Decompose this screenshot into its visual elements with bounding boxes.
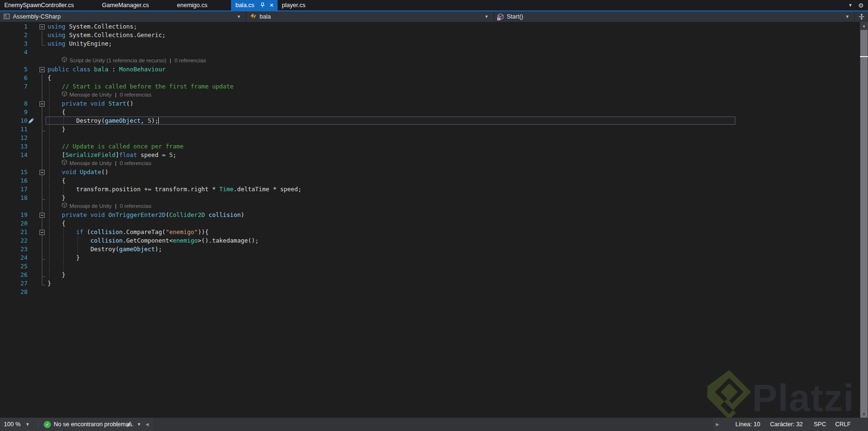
line-number: 7 bbox=[10, 82, 28, 91]
codelens-references[interactable]: 0 referencias bbox=[120, 159, 151, 167]
code-token: Destroy( bbox=[48, 245, 119, 253]
code-cleanup-chevron-icon[interactable]: ▼ bbox=[137, 418, 141, 431]
codelens-references[interactable]: 0 referencias bbox=[174, 57, 206, 65]
code-line[interactable]: 1using System.Collections; bbox=[0, 22, 860, 31]
codelens-references[interactable]: 0 referencias bbox=[120, 91, 151, 99]
problems-status[interactable]: No se encontraron problemas. bbox=[54, 418, 134, 431]
code-line[interactable]: 16 { bbox=[0, 176, 860, 185]
code-line[interactable]: 7 // Start is called before the first fr… bbox=[0, 82, 860, 91]
code-line[interactable]: 14 [SerializeField]float speed = 5; bbox=[0, 151, 860, 159]
codelens-info[interactable]: Script de Unity (1 referencia de recurso… bbox=[62, 57, 206, 65]
line-number: 14 bbox=[10, 151, 28, 159]
code-token: ); bbox=[155, 245, 162, 253]
code-line[interactable]: 24 } bbox=[0, 254, 860, 262]
line-ending-indicator[interactable]: CRLF bbox=[835, 418, 851, 431]
zoom-control[interactable]: 100 % ▼ bbox=[4, 418, 29, 431]
code-token: using bbox=[48, 40, 66, 47]
codelens-row: Mensaje de Unity|0 referencias bbox=[0, 159, 860, 168]
code-line[interactable]: 5public class bala : MonoBehaviour bbox=[0, 65, 860, 74]
code-token: } bbox=[48, 194, 66, 201]
tab-enemyspawncontroller-cs[interactable]: EnemySpawnController.cs bbox=[0, 0, 98, 10]
codelens-references[interactable]: 0 referencias bbox=[120, 202, 151, 210]
tab-player-cs[interactable]: player.cs bbox=[278, 0, 329, 10]
codelens-info[interactable]: Mensaje de Unity|0 referencias bbox=[62, 159, 151, 167]
fold-collapse-box[interactable] bbox=[39, 230, 45, 235]
chevron-down-icon: ▼ bbox=[845, 14, 849, 19]
code-line[interactable]: 3using UnityEngine; bbox=[0, 39, 860, 48]
fold-collapse-box[interactable] bbox=[39, 67, 45, 72]
code-text: // Start is called before the first fram… bbox=[48, 82, 233, 91]
hscroll-left-arrow-icon[interactable]: ◀ bbox=[145, 418, 149, 431]
code-line[interactable]: 26 } bbox=[0, 271, 860, 279]
tab-enemigo-cs[interactable]: enemigo.cs bbox=[173, 0, 231, 10]
code-line[interactable]: 13 // Update is called once per frame bbox=[0, 142, 860, 151]
tab-gamemanager-cs[interactable]: GameManager.cs bbox=[98, 0, 173, 10]
code-token: )){ bbox=[198, 228, 209, 235]
code-line[interactable]: 10 Destroy(gameObject, 5); bbox=[0, 117, 860, 125]
code-line[interactable]: 11 } bbox=[0, 125, 860, 134]
code-line[interactable]: 25 bbox=[0, 262, 860, 271]
code-line[interactable]: 18 } bbox=[0, 194, 860, 202]
fold-collapse-box[interactable] bbox=[39, 101, 45, 107]
vertical-scrollbar[interactable]: ▲ ▼ bbox=[860, 22, 868, 418]
code-line[interactable]: 27} bbox=[0, 279, 860, 288]
fold-collapse-box[interactable] bbox=[39, 24, 45, 29]
fold-collapse-box[interactable] bbox=[39, 170, 45, 175]
codelens-text: Mensaje de Unity bbox=[69, 91, 112, 99]
code-line[interactable]: 12 bbox=[0, 134, 860, 142]
code-token: { bbox=[48, 74, 51, 81]
class-dropdown[interactable]: bala ▼ bbox=[246, 11, 493, 22]
scroll-down-arrow-icon[interactable]: ▼ bbox=[860, 411, 868, 418]
code-text: using System.Collections.Generic; bbox=[48, 31, 165, 39]
codelens-text: Mensaje de Unity bbox=[69, 159, 112, 167]
codelens-info[interactable]: Mensaje de Unity|0 referencias bbox=[62, 91, 151, 99]
space-mode-indicator[interactable]: SPC bbox=[814, 418, 826, 431]
code-line[interactable]: 21 if (collision.CompareTag("enemigo")){ bbox=[0, 228, 860, 236]
hscroll-right-arrow-icon[interactable]: ▶ bbox=[716, 418, 719, 431]
code-token: .GetComponent< bbox=[123, 237, 173, 244]
code-token: // Update is called once per frame bbox=[48, 143, 183, 150]
code-line[interactable]: 23 Destroy(gameObject); bbox=[0, 245, 860, 254]
code-line[interactable]: 15 void Update() bbox=[0, 168, 860, 176]
code-token: } bbox=[48, 254, 80, 261]
code-line[interactable]: 2using System.Collections.Generic; bbox=[0, 31, 860, 39]
code-line[interactable]: 6{ bbox=[0, 74, 860, 82]
vertical-scrollbar-thumb[interactable] bbox=[860, 30, 868, 418]
fold-collapse-box[interactable] bbox=[39, 213, 45, 218]
code-cleanup-button[interactable] bbox=[125, 418, 132, 431]
codelens-info[interactable]: Mensaje de Unity|0 referencias bbox=[62, 202, 151, 210]
code-token: : bbox=[108, 66, 119, 73]
gear-icon[interactable]: ⚙ bbox=[858, 2, 864, 9]
pin-icon[interactable] bbox=[260, 2, 265, 8]
scroll-up-arrow-icon[interactable]: ▲ bbox=[860, 22, 868, 29]
code-line[interactable]: 19 private void OnTriggerEnter2D(Collide… bbox=[0, 211, 860, 219]
code-line[interactable]: 20 { bbox=[0, 219, 860, 228]
member-dropdown[interactable]: Start() ▼ bbox=[494, 11, 854, 22]
code-line[interactable]: 4 bbox=[0, 48, 860, 57]
outline-line bbox=[42, 202, 42, 211]
code-token: Update bbox=[80, 168, 101, 176]
code-token: void bbox=[62, 168, 76, 176]
horizontal-scrollbar[interactable] bbox=[153, 418, 713, 431]
outline-line bbox=[42, 108, 42, 117]
code-token bbox=[205, 211, 209, 218]
close-icon[interactable]: ✕ bbox=[270, 3, 274, 8]
code-line[interactable]: 17 transform.position += transform.right… bbox=[0, 185, 860, 194]
code-line[interactable]: 8 private void Start() bbox=[0, 99, 860, 108]
line-indicator[interactable]: Línea: 10 bbox=[735, 418, 760, 431]
code-line[interactable]: 28 bbox=[0, 288, 860, 296]
code-line[interactable]: 9 { bbox=[0, 108, 860, 117]
visual-studio-window: EnemySpawnController.csGameManager.csene… bbox=[0, 0, 868, 431]
document-list-chevron-icon[interactable]: ▼ bbox=[848, 3, 852, 8]
code-editor[interactable]: Platzi 1using System.Collections;2using … bbox=[0, 22, 868, 418]
code-text: private void OnTriggerEnter2D(Collider2D… bbox=[48, 211, 244, 219]
indent-guide bbox=[49, 262, 49, 271]
health-indicator[interactable]: ✓ bbox=[44, 418, 51, 431]
chevron-down-icon: ▼ bbox=[484, 14, 489, 19]
code-line[interactable]: 22 collision.GetComponent<enemigo>().tak… bbox=[0, 236, 860, 245]
tab-bala-cs[interactable]: bala.cs✕ bbox=[231, 0, 278, 10]
split-window-button[interactable] bbox=[855, 11, 868, 22]
column-indicator[interactable]: Carácter: 32 bbox=[770, 418, 803, 431]
project-dropdown[interactable]: Assembly-CSharp ▼ bbox=[0, 11, 246, 22]
code-text: using UnityEngine; bbox=[48, 39, 112, 48]
